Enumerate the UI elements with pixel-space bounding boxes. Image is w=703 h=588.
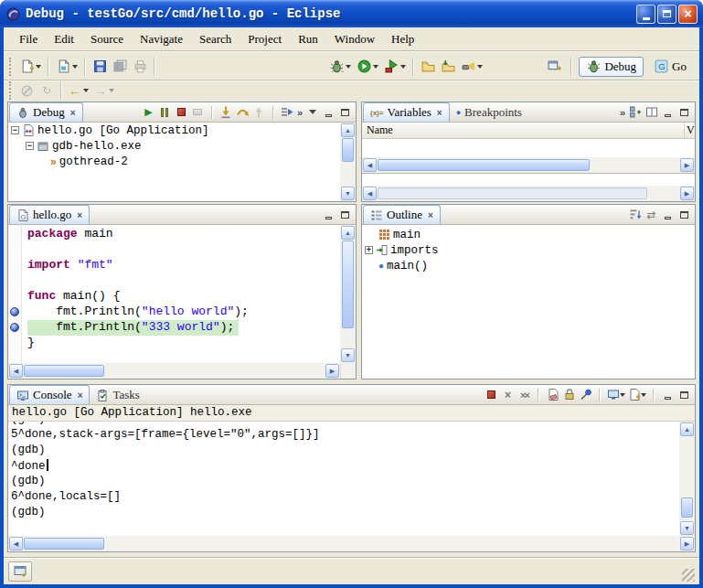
- scroll-lock-button[interactable]: [562, 388, 576, 401]
- scrollbar-thumb[interactable]: [378, 187, 647, 199]
- instruction-pointer-icon[interactable]: [10, 323, 19, 332]
- back-button[interactable]: ←: [66, 82, 91, 99]
- chevron-down-icon[interactable]: [620, 393, 625, 397]
- scroll-down-icon[interactable]: ▼: [680, 521, 694, 535]
- maximize-view-button[interactable]: [677, 388, 691, 401]
- toolbar-grip[interactable]: [9, 58, 13, 76]
- outline-item-imports[interactable]: + imports: [362, 242, 695, 258]
- scrollbar-thumb[interactable]: [378, 159, 590, 171]
- tab-console[interactable]: Console ×: [9, 385, 90, 404]
- menu-help[interactable]: Help: [383, 29, 422, 49]
- tab-debug[interactable]: Debug ×: [9, 102, 83, 122]
- scrollbar-thumb[interactable]: [24, 538, 104, 550]
- close-tab-icon[interactable]: ×: [70, 108, 76, 118]
- console-vertical-scrollbar[interactable]: ▲ ▼: [679, 422, 695, 536]
- open-folder-button[interactable]: [418, 56, 438, 78]
- outline-item-package[interactable]: main: [362, 227, 695, 242]
- variables-detail-pane[interactable]: [362, 174, 695, 186]
- display-selected-console-button[interactable]: [607, 388, 625, 401]
- fast-view-button[interactable]: [8, 561, 32, 582]
- debug-tree-item-launch[interactable]: − hello.go [Go Application]: [8, 123, 340, 138]
- terminate-button[interactable]: [175, 105, 188, 119]
- title-bar[interactable]: Debug - testGo/src/cmd/hello.go - Eclips…: [0, 0, 703, 27]
- editor-horizontal-scrollbar[interactable]: ◀ ▶: [8, 363, 340, 379]
- menu-file[interactable]: File: [11, 29, 46, 49]
- scroll-up-icon[interactable]: ▲: [680, 422, 694, 436]
- chevron-down-icon[interactable]: [477, 65, 483, 69]
- menu-project[interactable]: Project: [240, 29, 290, 49]
- scrollbar-thumb[interactable]: [681, 497, 693, 518]
- menu-source[interactable]: Source: [82, 29, 132, 49]
- menu-navigate[interactable]: Navigate: [132, 29, 191, 49]
- column-header-value[interactable]: V: [685, 123, 695, 138]
- minimize-view-button[interactable]: [322, 105, 336, 119]
- chevron-down-icon[interactable]: [400, 65, 406, 69]
- toolbar-grip[interactable]: [9, 81, 13, 100]
- menu-edit[interactable]: Edit: [46, 29, 82, 49]
- save-all-button[interactable]: [110, 56, 130, 78]
- save-button[interactable]: [90, 56, 110, 78]
- scroll-right-icon[interactable]: ▶: [680, 537, 694, 551]
- toolbar-overflow-icon[interactable]: »: [297, 107, 303, 118]
- outline-item-main-func[interactable]: ● main(): [362, 258, 695, 273]
- minimize-button[interactable]: [636, 5, 655, 24]
- expander-icon[interactable]: −: [11, 126, 19, 134]
- debug-dropdown-button[interactable]: [326, 56, 354, 78]
- editor-ruler[interactable]: [8, 225, 22, 363]
- toolbar-overflow-icon[interactable]: »: [620, 107, 625, 118]
- pin-console-button[interactable]: [579, 388, 592, 401]
- menu-search[interactable]: Search: [191, 29, 240, 49]
- layout-button[interactable]: [644, 105, 658, 119]
- debug-tree[interactable]: − hello.go [Go Application] − gdb-hello.…: [8, 123, 356, 201]
- scroll-left-icon[interactable]: ◀: [9, 537, 23, 551]
- scroll-right-icon[interactable]: ▶: [680, 187, 694, 200]
- close-tab-icon[interactable]: ×: [78, 390, 83, 401]
- minimize-view-button[interactable]: [322, 208, 336, 221]
- variables-horizontal-scrollbar[interactable]: ◀ ▶: [362, 157, 695, 173]
- external-tools-button[interactable]: [381, 56, 409, 78]
- chevron-down-icon[interactable]: [36, 65, 41, 69]
- menu-window[interactable]: Window: [326, 29, 383, 49]
- chevron-down-icon[interactable]: [641, 393, 646, 397]
- step-return-button[interactable]: [252, 105, 266, 119]
- search-button[interactable]: [458, 56, 485, 78]
- scroll-down-icon[interactable]: ▼: [341, 187, 355, 200]
- step-into-button[interactable]: [219, 105, 233, 119]
- show-logical-structure-button[interactable]: [628, 105, 642, 119]
- close-tab-icon[interactable]: ×: [428, 210, 433, 220]
- console-horizontal-scrollbar[interactable]: ◀ ▶: [8, 536, 695, 551]
- minimize-view-button[interactable]: [661, 208, 675, 221]
- close-button[interactable]: ×: [678, 5, 698, 24]
- column-header-name[interactable]: Name: [362, 123, 685, 138]
- tab-outline[interactable]: Outline ×: [363, 205, 441, 224]
- close-tab-icon[interactable]: ×: [77, 210, 82, 220]
- remove-launch-button[interactable]: ×: [501, 388, 515, 401]
- suspend-button[interactable]: [158, 105, 172, 119]
- scrollbar-thumb[interactable]: [342, 138, 354, 162]
- scroll-left-icon[interactable]: ◀: [9, 364, 23, 378]
- variables-tree[interactable]: [362, 139, 695, 157]
- breakpoint-icon[interactable]: [10, 307, 19, 316]
- chevron-down-icon[interactable]: [72, 65, 78, 69]
- perspective-debug-button[interactable]: Debug: [579, 57, 644, 77]
- forward-button[interactable]: →: [91, 82, 117, 99]
- console-output[interactable]: (gdb) 5^done,stack-args=[frame={level="0…: [8, 422, 679, 536]
- resize-grip[interactable]: [682, 569, 695, 582]
- scroll-up-icon[interactable]: ▲: [341, 123, 355, 137]
- import-folder-button[interactable]: [438, 56, 458, 78]
- detail-horizontal-scrollbar[interactable]: ◀ ▶: [362, 186, 695, 201]
- scroll-left-icon[interactable]: ◀: [363, 158, 377, 172]
- scroll-left-icon[interactable]: ◀: [363, 187, 377, 200]
- editor-vertical-scrollbar[interactable]: ▲ ▼: [340, 225, 356, 363]
- minimize-view-button[interactable]: [661, 105, 675, 119]
- perspective-go-button[interactable]: G Go: [646, 57, 694, 77]
- tab-hello-go[interactable]: G hello.go ×: [9, 205, 90, 224]
- scroll-up-icon[interactable]: ▲: [341, 226, 355, 240]
- tab-tasks[interactable]: Tasks: [90, 386, 145, 404]
- maximize-view-button[interactable]: [677, 208, 691, 221]
- remove-all-terminated-button[interactable]: ××: [517, 388, 531, 401]
- tab-variables[interactable]: (x)= Variables ×: [363, 102, 450, 122]
- view-menu-button[interactable]: [305, 105, 319, 119]
- maximize-view-button[interactable]: [338, 208, 352, 221]
- chevron-down-icon[interactable]: [83, 89, 89, 92]
